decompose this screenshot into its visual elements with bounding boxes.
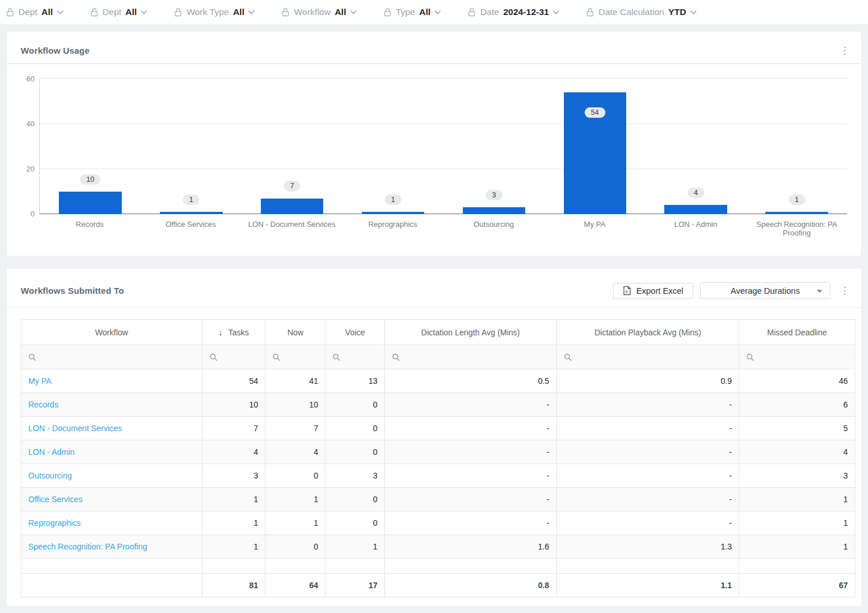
filter-date-5[interactable]: Date2024-12-31 (467, 7, 559, 17)
filter-label: Date Calculation (598, 7, 664, 17)
bar-lon-document-services[interactable] (261, 199, 323, 214)
cell-missed: 46 (739, 369, 855, 393)
cell-dict_play: - (556, 488, 739, 511)
filter-dept-0[interactable]: DeptAll (6, 7, 63, 17)
svg-text:x: x (625, 289, 628, 294)
chart-card-title: Workflow Usage (21, 46, 89, 55)
durations-dropdown[interactable]: Average Durations (700, 282, 830, 299)
column-header-voice[interactable]: Voice (326, 320, 385, 345)
column-search-input-workflow[interactable] (21, 345, 203, 369)
column-search-input-voice[interactable] (326, 345, 385, 369)
search-icon (332, 353, 384, 361)
table-row: Office Services110--1 (21, 488, 855, 511)
export-excel-button[interactable]: x Export Excel (613, 283, 693, 299)
cell-voice: 0 (326, 393, 385, 417)
cell-voice: 1 (326, 535, 385, 559)
bar-value-label: 54 (585, 107, 605, 118)
column-header-tasks[interactable]: ↓Tasks (202, 320, 265, 345)
table-menu-kebab-icon[interactable]: ⋮ (837, 288, 852, 294)
column-search-input-dict_play[interactable] (556, 345, 739, 369)
column-header-workflow[interactable]: Workflow (21, 320, 203, 345)
bar-value-label: 3 (485, 190, 502, 201)
x-axis-label: Records (39, 220, 140, 237)
workflow-link[interactable]: Outsourcing (28, 471, 72, 480)
cell-dict_play: - (556, 393, 739, 417)
workflow-link[interactable]: My PA (28, 376, 51, 386)
cell-now: 7 (265, 417, 326, 440)
filter-workflow-3[interactable]: WorkflowAll (281, 7, 356, 17)
column-search-input-dict_len[interactable] (385, 345, 557, 369)
cell-now: 1 (265, 488, 326, 511)
bar-value-label: 7 (284, 181, 301, 192)
cell-dict_play: - (556, 440, 739, 464)
column-header-label: Missed Deadline (767, 328, 827, 337)
filter-value: All (335, 7, 346, 17)
total-dict_play: 1.1 (556, 574, 739, 597)
cell-dict_play: 1.3 (556, 535, 739, 559)
table-row: LON - Admin440--4 (21, 440, 855, 464)
workflow-link[interactable]: LON - Document Services (28, 424, 122, 433)
bar-records[interactable] (59, 192, 121, 214)
empty-row (21, 559, 855, 574)
cell-dict_play: 0.9 (556, 369, 739, 393)
filter-type-4[interactable]: TypeAll (383, 7, 441, 17)
y-tick-label: 0 (31, 210, 35, 218)
cell-voice: 3 (326, 464, 385, 488)
column-header-label: Now (287, 328, 304, 337)
cell-tasks: 4 (202, 440, 265, 464)
search-icon (392, 353, 556, 361)
filter-value: 2024-12-31 (503, 7, 549, 17)
cell-missed: 1 (739, 511, 855, 535)
workflow-link[interactable]: Records (28, 400, 58, 409)
column-search-input-now[interactable] (265, 345, 326, 369)
table-row: My PA5441130.50.946 (21, 369, 855, 393)
export-excel-label: Export Excel (637, 286, 683, 296)
column-search-input-missed[interactable] (739, 345, 855, 369)
cell-voice: 0 (326, 488, 385, 511)
filter-label: Date (480, 7, 499, 17)
workflow-link[interactable]: Reprographics (28, 518, 81, 528)
column-header-label: Dictation Length Avg (Mins) (421, 328, 520, 337)
chevron-down-icon (553, 10, 559, 14)
table-row: LON - Document Services770--5 (21, 417, 855, 440)
filter-label: Work Type (186, 7, 229, 17)
workflow-link[interactable]: LON - Admin (28, 447, 74, 457)
search-icon (272, 353, 325, 361)
column-header-dict_len[interactable]: Dictation Length Avg (Mins) (385, 320, 557, 345)
chart-menu-kebab-icon[interactable]: ⋮ (837, 48, 852, 54)
cell-dict_len: - (385, 417, 557, 440)
column-search-input-tasks[interactable] (202, 345, 265, 369)
lock-icon (281, 8, 290, 17)
workflow-link[interactable]: Speech Recognition: PA Proofing (28, 542, 147, 551)
total-tasks: 81 (202, 574, 265, 597)
bar-speech-recognition-pa-proofing[interactable] (765, 212, 828, 214)
cell-tasks: 3 (202, 464, 265, 488)
sort-descending-icon: ↓ (219, 328, 223, 337)
workflow-usage-chart: 02040601017135441 (7, 64, 861, 214)
workflow-link[interactable]: Office Services (28, 495, 83, 504)
chevron-down-icon (248, 10, 255, 14)
cell-now: 0 (265, 464, 326, 488)
total-voice: 17 (326, 574, 385, 597)
bar-reprographics[interactable] (362, 212, 424, 214)
column-header-dict_play[interactable]: Dictation Playback Avg (Mins) (556, 320, 739, 345)
cell-dict_len: - (385, 488, 557, 511)
filter-value: All (419, 7, 431, 17)
filter-value: YTD (668, 7, 686, 17)
bar-lon-admin[interactable] (664, 205, 727, 214)
cell-now: 41 (265, 369, 326, 393)
table-row: Reprographics110--1 (21, 511, 855, 535)
filter-date-calculation-6[interactable]: Date CalculationYTD (586, 7, 697, 17)
table-row: Records10100--6 (21, 393, 855, 417)
filter-dept-1[interactable]: DeptAll (90, 7, 148, 17)
bar-office-services[interactable] (160, 212, 222, 214)
column-header-missed[interactable]: Missed Deadline (739, 320, 855, 345)
bar-outsourcing[interactable] (463, 207, 525, 214)
filter-work-type-2[interactable]: Work TypeAll (174, 7, 255, 17)
chevron-down-icon (350, 10, 357, 14)
chart-x-axis-labels: RecordsOffice ServicesLON - Document Ser… (39, 220, 847, 237)
column-header-now[interactable]: Now (265, 320, 326, 345)
total-dict_len: 0.8 (385, 574, 557, 597)
cell-dict_play: - (556, 417, 739, 440)
lock-icon (90, 8, 99, 17)
